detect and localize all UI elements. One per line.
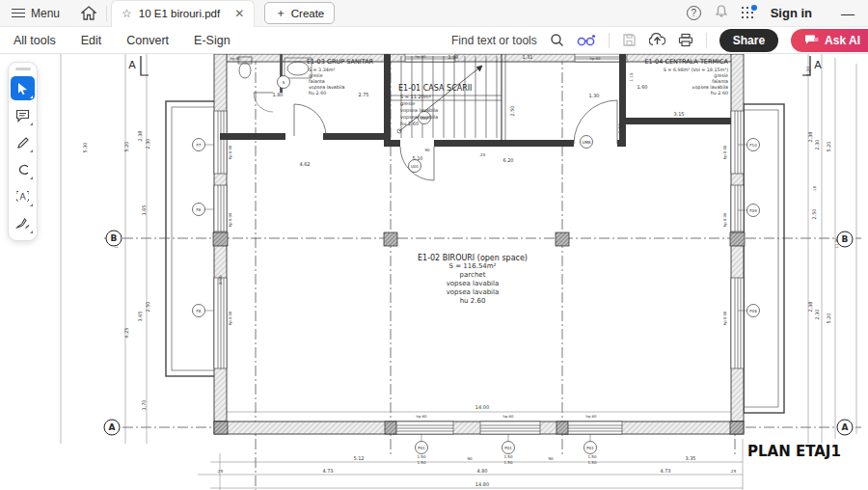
- dimension-label: hp 80: [586, 414, 597, 419]
- text-select-tool[interactable]: A: [11, 184, 35, 208]
- room-detail-line: vopsea lavabila: [400, 107, 438, 114]
- pencil-icon: [16, 136, 30, 150]
- upload-cloud-icon[interactable]: [649, 33, 665, 47]
- menu-label: Menu: [31, 7, 60, 20]
- share-button[interactable]: Share: [719, 29, 778, 52]
- dimension-label: 5.12: [353, 455, 364, 461]
- print-icon[interactable]: [678, 33, 693, 47]
- dimension-label: .10: [812, 185, 817, 192]
- divider: [609, 33, 610, 48]
- dimension-label: 1.30: [617, 122, 623, 133]
- grid-marker-letter: B: [111, 233, 118, 243]
- dimension-label: .25: [217, 469, 224, 474]
- chat-icon: [804, 34, 819, 46]
- toolbar-menu: All tools Edit Convert E-Sign: [0, 34, 231, 47]
- menu-button[interactable]: Menu: [0, 7, 71, 20]
- dimension-label: 2.50: [811, 208, 817, 219]
- dimension-label: 1.31: [522, 54, 532, 60]
- minimize-window-button[interactable]: —: [841, 6, 854, 21]
- room-detail-line: parchet: [460, 271, 486, 279]
- dimension-label: 14.80: [475, 481, 489, 487]
- room-detail-line: S = 11.20m²: [400, 94, 431, 99]
- section-marker-letter: A: [814, 59, 822, 71]
- windows: [214, 54, 744, 434]
- tab-strip: Menu ☆ 10 E1 birouri.pdf ✕ ＋ Create ? Si…: [0, 0, 868, 27]
- create-label: Create: [291, 8, 325, 19]
- room-detail-line: gresie: [400, 100, 415, 107]
- sign-in-button[interactable]: Sign in: [771, 6, 812, 20]
- panel-drag-handle[interactable]: [15, 68, 31, 70]
- select-tool[interactable]: [11, 76, 35, 100]
- divider: [706, 33, 707, 48]
- dimension-label: 3.15: [673, 111, 684, 117]
- ai-assistant-glasses-icon[interactable]: [577, 34, 596, 47]
- main-toolbar: All tools Edit Convert E-Sign Find text …: [0, 27, 868, 54]
- dimension-label: 90: [548, 456, 554, 461]
- room-detail-line: gresie: [714, 73, 728, 78]
- dimension-label: hp 80: [590, 56, 601, 61]
- dimension-label: 2.50: [509, 105, 515, 116]
- close-tab-icon[interactable]: ✕: [234, 7, 244, 20]
- tag-label: UM8: [583, 140, 591, 145]
- tab-all-tools[interactable]: All tools: [14, 34, 56, 47]
- room-detail-line: S = 116.54m²: [449, 262, 497, 270]
- notification-dot: [751, 5, 757, 11]
- dimension-label: 4.25: [123, 327, 129, 338]
- dimension-label: 2.30: [814, 139, 820, 150]
- dimension-label: 2.30: [814, 309, 820, 319]
- room-detail-line: vopsea lavabila: [692, 85, 728, 90]
- home-button[interactable]: [71, 6, 106, 20]
- dimension-label: 4.62: [299, 161, 310, 167]
- dimension-label: 2.30: [145, 138, 150, 149]
- document-tab[interactable]: ☆ 10 E1 birouri.pdf ✕: [111, 0, 255, 27]
- grid-marker-letter: A: [842, 422, 849, 432]
- grid-marker-letter: A: [109, 422, 116, 432]
- text-select-icon: A: [15, 190, 30, 203]
- pdf-canvas[interactable]: A: [0, 54, 868, 490]
- tag-label: F8: [197, 309, 202, 313]
- tag-label: F6: [197, 207, 202, 212]
- dimension-label: 5.20: [826, 313, 831, 323]
- ask-ai-button[interactable]: Ask AI: [791, 29, 868, 52]
- notifications-bell-icon[interactable]: [715, 4, 728, 22]
- dimension-label: 3.35: [685, 455, 695, 461]
- tag-label: S: [283, 80, 285, 85]
- doors: [254, 93, 617, 180]
- apps-grid-icon[interactable]: [742, 7, 755, 20]
- dimension-label: 1.30: [588, 93, 599, 98]
- tab-edit[interactable]: Edit: [81, 34, 102, 47]
- tag-label: F10: [749, 143, 757, 148]
- sign-pen-icon: [15, 217, 30, 230]
- room-detail-line: hu 2.60: [460, 297, 486, 305]
- dimension-label: hp 0.00: [228, 145, 232, 159]
- dimension-label: hp 0.00: [722, 145, 727, 159]
- room-title: E1-04 CENTRALA TERMICA: [645, 58, 729, 66]
- dimension-label: .20: [479, 152, 486, 157]
- tag-label: F08: [749, 309, 757, 313]
- right-balcony: [744, 104, 784, 413]
- search-icon[interactable]: [550, 33, 564, 47]
- fill-sign-tool[interactable]: [11, 211, 35, 235]
- dimension-label: 2.38: [137, 130, 143, 141]
- draw-tool[interactable]: [11, 157, 35, 181]
- dimension-label: 1.50: [418, 460, 426, 465]
- comment-tool[interactable]: [11, 103, 35, 127]
- room-detail-line: vopsea lavabila: [400, 114, 438, 121]
- dimension-label: 8.90: [218, 275, 223, 285]
- create-button[interactable]: ＋ Create: [264, 2, 335, 24]
- help-icon[interactable]: ?: [687, 6, 701, 20]
- find-text-label[interactable]: Find text or tools: [451, 34, 537, 47]
- dimension-label: 90: [424, 148, 430, 152]
- home-icon: [81, 6, 96, 20]
- dimension-label: 1.50: [588, 460, 597, 465]
- dimension-label: 1.50: [504, 460, 513, 465]
- favorite-star-icon[interactable]: ☆: [122, 7, 132, 20]
- cursor-icon: [16, 82, 29, 95]
- room-detail-line: hu 2.60: [400, 121, 419, 126]
- tab-convert[interactable]: Convert: [126, 34, 169, 47]
- pencil-tool[interactable]: [11, 130, 35, 154]
- tab-esign[interactable]: E-Sign: [194, 34, 231, 47]
- exterior-walls: [214, 54, 744, 434]
- dimension-label: hp 0.00: [228, 311, 232, 325]
- dimension-label: .25: [730, 469, 737, 474]
